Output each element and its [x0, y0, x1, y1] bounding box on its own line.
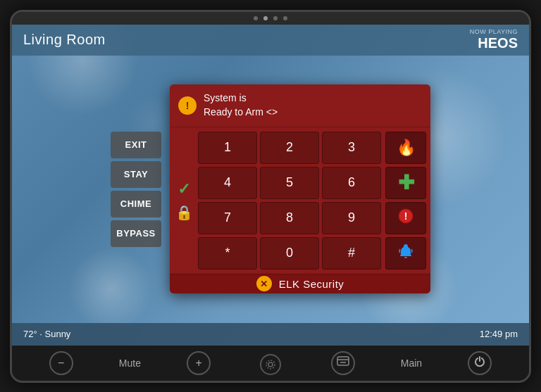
exit-button[interactable]: EXIT [111, 132, 161, 158]
now-playing-label: Now Playing [470, 28, 518, 35]
status-text: System is Ready to Arm <> [204, 91, 278, 119]
number-grid: 1 2 3 4 5 6 7 8 9 * 0 # [198, 132, 381, 270]
key-7[interactable]: 7 [198, 202, 257, 234]
key-9[interactable]: 9 [322, 202, 381, 234]
top-indicator [12, 12, 529, 25]
system-name: ELK Security [279, 278, 344, 290]
keypad-grid-area: ✓ 🔒 1 2 3 4 5 6 7 8 9 * 0 [170, 127, 430, 274]
dot-2 [263, 16, 268, 20]
mute-label: Mute [119, 358, 141, 369]
main-content: EXIT STAY CHIME BYPASS ! System is Ready… [12, 56, 529, 323]
key-5[interactable]: 5 [260, 167, 319, 199]
source-button[interactable] [331, 351, 355, 375]
power-icon [474, 356, 485, 370]
dot-3 [273, 16, 278, 20]
svg-text:!: ! [404, 210, 408, 222]
svg-rect-2 [337, 357, 349, 365]
checkmark-col: ✓ 🔒 [174, 132, 194, 270]
dot-4 [283, 16, 287, 20]
cancel-icon: ✕ [260, 279, 268, 289]
key-hash[interactable]: # [322, 237, 381, 270]
action-col: 🔥 ✚ ! [385, 132, 426, 270]
bottom-controls: − Mute + Main [12, 346, 529, 381]
status-footer: 72° · Sunny 12:49 pm [12, 323, 529, 346]
key-1[interactable]: 1 [198, 132, 257, 164]
bell-icon [397, 243, 414, 263]
dot-1 [254, 16, 258, 20]
key-8[interactable]: 8 [260, 202, 319, 234]
key-star[interactable]: * [198, 237, 257, 270]
minus-icon: − [58, 357, 64, 369]
room-title: Living Room [23, 32, 106, 48]
cancel-button[interactable]: ✕ [256, 276, 272, 291]
police-button[interactable]: ! [385, 202, 426, 234]
time-display: 12:49 pm [480, 329, 518, 339]
medical-icon: ✚ [398, 171, 414, 194]
screen: Living Room Now Playing HEOS EXIT STAY C… [12, 25, 529, 346]
chime-button[interactable]: CHIME [111, 191, 161, 217]
device-frame: Living Room Now Playing HEOS EXIT STAY C… [10, 10, 531, 383]
key-3[interactable]: 3 [322, 132, 381, 164]
key-4[interactable]: 4 [198, 167, 257, 199]
lock-icon: 🔒 [175, 204, 193, 221]
key-0[interactable]: 0 [260, 237, 319, 270]
home-button[interactable] [260, 354, 281, 375]
power-button[interactable] [468, 351, 492, 375]
chime-button-action[interactable] [385, 237, 426, 270]
side-buttons: EXIT STAY CHIME BYPASS [111, 132, 161, 247]
police-icon: ! [398, 208, 413, 228]
weather-display: 72° · Sunny [23, 329, 70, 339]
checkmark-icon: ✓ [178, 180, 190, 198]
fire-button[interactable]: 🔥 [385, 132, 426, 164]
system-status-bar: ! System is Ready to Arm <> [170, 84, 430, 127]
bypass-button[interactable]: BYPASS [111, 220, 161, 247]
header-right: Now Playing HEOS [470, 28, 518, 51]
header-bar: Living Room Now Playing HEOS [12, 25, 529, 56]
svg-point-6 [268, 362, 273, 367]
key-6[interactable]: 6 [322, 167, 381, 199]
volume-up-button[interactable]: + [187, 351, 211, 375]
svg-point-5 [266, 360, 275, 369]
now-playing-name: HEOS [478, 35, 518, 51]
source-icon [337, 355, 349, 371]
stay-button[interactable]: STAY [111, 161, 161, 188]
keypad-panel: ! System is Ready to Arm <> ✓ 🔒 1 2 [170, 84, 430, 293]
fire-icon: 🔥 [397, 139, 416, 157]
main-label: Main [401, 358, 422, 369]
medical-button[interactable]: ✚ [385, 167, 426, 199]
key-2[interactable]: 2 [260, 132, 319, 164]
volume-down-button[interactable]: − [49, 351, 73, 375]
home-icon [265, 359, 276, 370]
keypad-footer: ✕ ELK Security [170, 274, 430, 293]
plus-icon: + [195, 357, 201, 369]
status-warning-icon: ! [178, 96, 197, 115]
